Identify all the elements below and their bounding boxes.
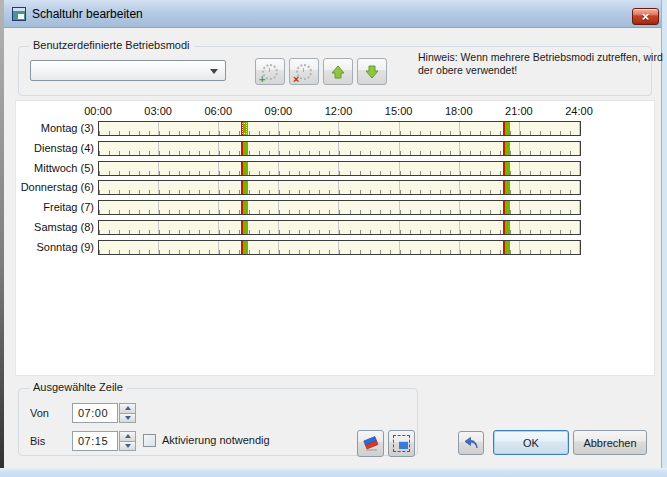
bis-time-spinner[interactable]: 07:15 (72, 431, 137, 451)
betriebsmodi-group-label: Benutzerdefinierte Betriebsmodi (29, 39, 194, 51)
window-title: Schaltuhr bearbeiten (32, 7, 143, 21)
spin-down-icon (125, 444, 131, 448)
schedule-marker[interactable] (241, 142, 248, 155)
select-range-button[interactable] (388, 430, 415, 457)
schedule-row: Dienstag (4) (16, 141, 654, 156)
background-window-bottom-edge (0, 468, 667, 477)
bis-spin-up-button[interactable] (119, 431, 136, 442)
day-label: Montag (3) (16, 122, 94, 134)
schedule-marker[interactable] (503, 201, 510, 214)
day-label: Mittwoch (5) (16, 162, 94, 174)
schedule-bar[interactable] (98, 121, 581, 136)
schedule-marker[interactable] (241, 241, 248, 254)
selected-row-group-label: Ausgewählte Zeile (29, 381, 127, 393)
selection-icon-fill (399, 441, 408, 449)
schedule-row: Mittwoch (5) (16, 161, 654, 176)
von-spin-up-button[interactable] (119, 403, 136, 414)
window-icon (12, 7, 26, 21)
schedule-marker[interactable] (503, 162, 510, 175)
schedule-row: Samstag (8) (16, 220, 654, 235)
day-label: Freitag (7) (16, 201, 94, 213)
schedule-bar[interactable] (98, 220, 581, 235)
undo-arrow-icon (463, 435, 479, 451)
titlebar[interactable]: Schaltuhr bearbeiten × (4, 0, 661, 28)
schedule-marker[interactable] (503, 181, 510, 194)
schedule-bar[interactable] (98, 200, 581, 215)
down-arrow-icon (364, 64, 380, 80)
schedule-row: Freitag (7) (16, 200, 654, 215)
day-label: Sonntag (9) (16, 241, 94, 253)
aktivierung-checkbox[interactable] (143, 434, 156, 447)
schedule-marker[interactable] (503, 241, 510, 254)
schedule-row: Sonntag (9) (16, 240, 654, 255)
dialog-schaltuhr-bearbeiten: Schaltuhr bearbeiten × Benutzerdefiniert… (4, 0, 662, 468)
spin-up-icon (125, 434, 131, 438)
hint-line-1: Hinweis: Wenn mehrere Betriebsmodi zutre… (418, 51, 663, 64)
schedule-bar[interactable] (98, 180, 581, 195)
close-button[interactable]: × (632, 8, 659, 25)
day-label: Donnerstag (6) (16, 181, 94, 193)
schedule-marker[interactable] (241, 122, 248, 135)
close-icon: × (633, 10, 658, 24)
schedule-marker[interactable] (241, 221, 248, 234)
von-time-spinner[interactable]: 07:00 (72, 403, 137, 423)
cancel-button[interactable]: Abbrechen (573, 430, 647, 455)
move-up-button[interactable] (323, 58, 353, 85)
day-label: Dienstag (4) (16, 142, 94, 154)
schedule-marker[interactable] (241, 201, 248, 214)
day-rows: Montag (3)Dienstag (4)Mittwoch (5)Donner… (16, 101, 654, 375)
bis-value-field[interactable]: 07:15 (72, 431, 118, 451)
up-arrow-icon (330, 64, 346, 80)
window-icon-detail (13, 8, 25, 11)
clock-plus-icon (262, 64, 278, 80)
von-spin-buttons (119, 403, 136, 423)
undo-button[interactable] (458, 431, 484, 455)
aktivierung-checkbox-label: Aktivierung notwendig (162, 434, 270, 446)
schedule-marker[interactable] (503, 142, 510, 155)
schedule-row: Montag (3) (16, 121, 654, 136)
day-label: Samstag (8) (16, 221, 94, 233)
spin-down-icon (125, 416, 131, 420)
background-window-right-edge (662, 0, 667, 477)
schedule-marker[interactable] (503, 122, 510, 135)
von-value-field[interactable]: 07:00 (72, 403, 118, 423)
von-label: Von (30, 407, 49, 419)
eraser-icon (362, 435, 380, 452)
selection-icon (393, 435, 410, 452)
hint-text: Hinweis: Wenn mehrere Betriebsmodi zutre… (418, 51, 663, 77)
schedule-marker[interactable] (241, 162, 248, 175)
betriebsmodi-combobox[interactable] (30, 60, 226, 81)
schedule-panel: 00:0003:0006:0009:0012:0015:0018:0021:00… (15, 100, 655, 376)
schedule-marker[interactable] (503, 221, 510, 234)
window-icon-detail (18, 14, 24, 19)
move-down-button[interactable] (357, 58, 387, 85)
schedule-marker[interactable] (241, 181, 248, 194)
ok-button[interactable]: OK (493, 430, 569, 455)
remove-betriebsmodus-button[interactable] (289, 58, 319, 85)
chevron-down-icon (210, 69, 218, 74)
add-betriebsmodus-button[interactable] (255, 58, 285, 85)
bis-spin-down-button[interactable] (119, 442, 136, 452)
clock-cross-icon (296, 64, 312, 80)
schedule-bar[interactable] (98, 161, 581, 176)
schedule-bar[interactable] (98, 240, 581, 255)
schedule-row: Donnerstag (6) (16, 180, 654, 195)
erase-entry-button[interactable] (357, 430, 384, 457)
spin-up-icon (125, 406, 131, 410)
schedule-bar[interactable] (98, 141, 581, 156)
von-spin-down-button[interactable] (119, 414, 136, 424)
bis-label: Bis (30, 435, 45, 447)
hint-line-2: der obere verwendet! (418, 64, 663, 77)
bis-spin-buttons (119, 431, 136, 451)
